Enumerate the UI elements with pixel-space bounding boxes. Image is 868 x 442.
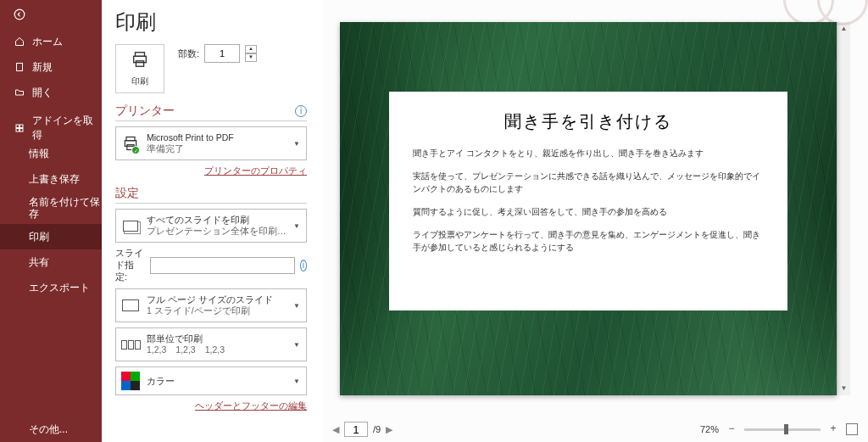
nav-label: ホーム — [32, 35, 63, 49]
zoom-in-button[interactable]: + — [827, 423, 839, 435]
layout-dropdown[interactable]: フル ページ サイズのスライド 1 スライド/ページで印刷 ▼ — [115, 288, 307, 322]
nav-print[interactable]: 印刷 — [0, 224, 102, 249]
dd-line2: 1 スライド/ページで印刷 — [147, 305, 291, 316]
chevron-down-icon: ▼ — [291, 302, 303, 310]
slide-bullet: 実話を使って、プレゼンテーションに共感できる話を織り込んで、メッセージを印象的で… — [413, 170, 764, 195]
nav-label: その他... — [29, 422, 68, 437]
svg-rect-4 — [16, 129, 19, 132]
back-button[interactable] — [0, 0, 102, 29]
nav-label: 上書き保存 — [29, 172, 80, 187]
printer-status-icon: ✓ — [131, 146, 140, 154]
chevron-down-icon: ▼ — [291, 222, 303, 230]
slide-spec-input[interactable] — [150, 257, 295, 274]
dd-line1: カラー — [147, 376, 291, 387]
slide-bullet: ライブ投票やアンケートを行って、聞き手の意見を集め、エンゲージメントを促進し、聞… — [413, 228, 764, 254]
nav-label: エクスポート — [29, 281, 90, 295]
nav-info[interactable]: 情報 — [0, 141, 102, 166]
home-icon — [14, 36, 25, 48]
copies-input[interactable] — [204, 44, 240, 63]
chevron-down-icon: ▼ — [291, 378, 303, 385]
zoom-value: 72% — [700, 424, 719, 434]
slide-bullet: 質問するように促し、考え深い回答をして、聞き手の参加を高める — [413, 205, 764, 218]
chevron-down-icon: ▼ — [291, 341, 303, 349]
svg-point-0 — [14, 9, 25, 20]
new-icon — [14, 61, 25, 73]
color-dropdown[interactable]: カラー ▼ — [115, 366, 307, 395]
page-total: /9 — [373, 424, 381, 434]
header-footer-link[interactable]: ヘッダーとフッターの編集 — [115, 400, 307, 412]
slide-spec-label: スライド指定: — [115, 248, 145, 283]
nav-label: 共有 — [29, 255, 49, 270]
printer-dropdown[interactable]: ✓ Microsoft Print to PDF 準備完了 ▼ — [115, 126, 307, 160]
dd-line2: プレゼンテーション全体を印刷… — [147, 226, 291, 237]
nav-label: 開く — [32, 86, 53, 100]
slides-all-icon — [120, 215, 142, 237]
printer-icon — [131, 50, 149, 72]
nav-more[interactable]: その他... — [0, 417, 102, 442]
nav-label: 名前を付けて保存 — [29, 196, 102, 221]
addins-icon — [14, 122, 25, 134]
slide-content-card: 聞き手を引き付ける 聞き手とアイ コンタクトをとり、親近感を作り出し、聞き手を巻… — [389, 92, 787, 311]
copies-up[interactable]: ▲ — [245, 45, 257, 53]
nav-label: 新規 — [32, 60, 53, 75]
slide-title: 聞き手を引き付ける — [413, 110, 764, 133]
nav-label: 情報 — [29, 147, 49, 161]
dd-line1: すべてのスライドを印刷 — [147, 215, 291, 226]
printer-properties-link[interactable]: プリンターのプロパティ — [115, 165, 307, 177]
printer-status: 準備完了 — [147, 143, 291, 154]
open-icon — [14, 87, 25, 98]
nav-addins[interactable]: アドインを取得 — [0, 115, 102, 141]
nav-label: 印刷 — [29, 230, 49, 244]
print-button[interactable]: 印刷 — [115, 44, 164, 93]
nav-open[interactable]: 開く — [0, 80, 102, 105]
preview-page: 聞き手を引き付ける 聞き手とアイ コンタクトをとり、親近感を作り出し、聞き手を巻… — [340, 22, 837, 395]
print-range-dropdown[interactable]: すべてのスライドを印刷 プレゼンテーション全体を印刷… ▼ — [115, 209, 307, 243]
print-button-label: 印刷 — [131, 76, 148, 87]
zoom-out-button[interactable]: − — [726, 423, 737, 435]
dd-line1: 部単位で印刷 — [147, 333, 291, 344]
svg-rect-2 — [16, 125, 19, 128]
zoom-slider-handle[interactable] — [784, 424, 788, 434]
nav-save[interactable]: 上書き保存 — [0, 166, 102, 192]
nav-export[interactable]: エクスポート — [0, 275, 102, 300]
fullpage-icon — [120, 294, 142, 316]
color-icon — [120, 370, 142, 392]
page-number-input[interactable] — [344, 422, 368, 437]
print-preview: 聞き手を引き付ける 聞き手とアイ コンタクトをとり、親近感を作り出し、聞き手を巻… — [322, 0, 868, 442]
backstage-sidebar: ホーム 新規 開く アドインを取得 情報 上書き保存 名前を付けて保存 印刷 共… — [0, 0, 102, 442]
printer-info-icon[interactable]: i — [295, 105, 307, 117]
preview-vertical-scrollbar[interactable]: ▲ ▼ — [837, 22, 850, 395]
svg-rect-3 — [19, 125, 23, 128]
page-title: 印刷 — [115, 8, 307, 36]
printer-section-head: プリンター — [115, 104, 175, 119]
nav-new[interactable]: 新規 — [0, 54, 102, 80]
svg-rect-8 — [136, 61, 143, 66]
collate-dropdown[interactable]: 部単位で印刷 1,2,3 1,2,3 1,2,3 ▼ — [115, 327, 307, 361]
nav-saveas[interactable]: 名前を付けて保存 — [0, 192, 102, 224]
nav-label: アドインを取得 — [32, 114, 102, 143]
scroll-down-icon[interactable]: ▼ — [837, 382, 850, 395]
nav-share[interactable]: 共有 — [0, 249, 102, 275]
preview-footer: ◀ /9 ▶ 72% − + — [322, 417, 868, 442]
settings-section-head: 設定 — [115, 186, 139, 201]
back-arrow-icon — [14, 8, 25, 20]
next-page-button[interactable]: ▶ — [386, 424, 392, 435]
slide-bullet: 聞き手とアイ コンタクトをとり、親近感を作り出し、聞き手を巻き込みます — [413, 147, 764, 159]
svg-rect-5 — [19, 129, 23, 132]
copies-label: 部数: — [178, 48, 199, 60]
collate-icon — [120, 333, 142, 355]
printer-name: Microsoft Print to PDF — [147, 132, 291, 143]
chevron-down-icon: ▼ — [291, 140, 303, 148]
prev-page-button[interactable]: ◀ — [332, 424, 339, 435]
print-panel: 印刷 印刷 部数: ▲ ▼ プリンター i ✓ Microsoft — [102, 0, 322, 442]
svg-rect-1 — [17, 64, 23, 71]
copies-down[interactable]: ▼ — [245, 53, 257, 62]
zoom-slider[interactable] — [744, 428, 821, 431]
nav-home[interactable]: ホーム — [0, 29, 102, 54]
dd-line1: フル ページ サイズのスライド — [147, 294, 291, 305]
fit-to-window-button[interactable] — [846, 423, 858, 435]
slide-spec-info-icon[interactable]: i — [300, 260, 307, 271]
dd-line2: 1,2,3 1,2,3 1,2,3 — [147, 344, 291, 355]
